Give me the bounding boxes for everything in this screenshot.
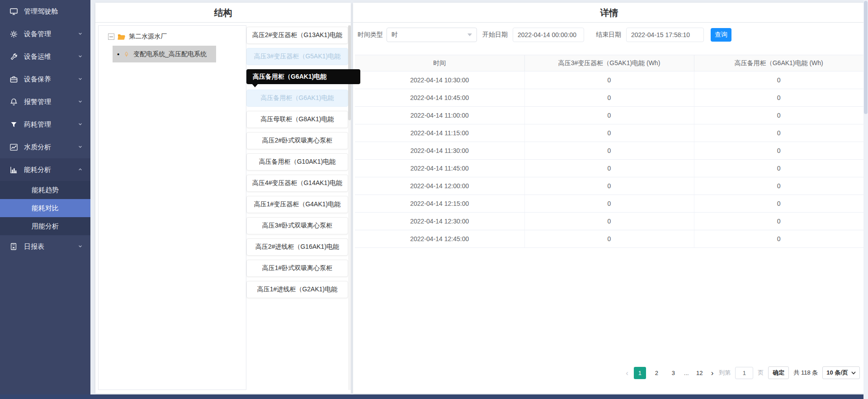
chevron-down-icon: [77, 76, 83, 83]
total-count-label: 共 118 条: [793, 369, 818, 377]
cell-time: 2022-04-14 12:15:00: [355, 195, 524, 213]
device-button-高压4-变压器柜-G14AK1-电能[interactable]: 高压4#变压器柜（G14AK1)电能: [246, 175, 348, 192]
jump-page-input[interactable]: [735, 367, 753, 379]
bottom-bar: [0, 394, 868, 399]
tree-root-label: 第二水源水厂: [129, 33, 167, 41]
start-date-input[interactable]: [513, 28, 584, 42]
folder-icon: [118, 33, 126, 40]
sidebar-item-label: 管理驾驶舱: [24, 7, 83, 16]
table-row: 2022-04-14 11:00:0000: [355, 107, 863, 124]
table-row: 2022-04-14 11:30:0000: [355, 142, 863, 160]
table-row: 2022-04-14 11:15:0000: [355, 124, 863, 142]
device-button-高压母联柜-G8AK1-电能[interactable]: 高压母联柜（G8AK1)电能: [246, 111, 348, 128]
chevron-down-icon: [77, 243, 83, 251]
cell-value: 0: [524, 195, 694, 213]
cell-value: 0: [524, 124, 694, 142]
cell-value: 0: [694, 177, 863, 195]
detail-panel: 详情 时间类型 时 开始日期 结束日期 查询 时间高压3#变压器柜（G5AK1)…: [353, 3, 865, 394]
sidebar-item-能耗分析[interactable]: 能耗分析: [0, 158, 90, 181]
chevron-down-icon: [77, 30, 83, 38]
sidebar-subitem-能耗对比[interactable]: 能耗对比: [0, 199, 90, 217]
cell-value: 0: [524, 107, 694, 124]
sidebar-item-药耗管理[interactable]: 药耗管理: [0, 113, 90, 136]
chevron-up-icon: [77, 166, 83, 174]
sidebar-item-设备运维[interactable]: 设备运维: [0, 45, 90, 68]
device-button-高压备用柜-G10AK1-电能[interactable]: 高压备用柜（G10AK1)电能: [246, 153, 348, 171]
cell-value: 0: [694, 89, 863, 107]
sidebar-item-报警管理[interactable]: 报警管理: [0, 90, 90, 113]
energy-data-table: 时间高压3#变压器柜（G5AK1)电能 (Wh)高压备用柜（G6AK1)电能 (…: [355, 55, 863, 248]
end-date-input[interactable]: [626, 28, 704, 42]
cell-value: 0: [524, 142, 694, 160]
sidebar-item-设备保养[interactable]: 设备保养: [0, 68, 90, 90]
device-button-高压2-变压器柜-G13AK1-电能[interactable]: 高压2#变压器柜（G13AK1)电能: [246, 27, 348, 44]
cell-value: 0: [524, 230, 694, 248]
page-scrollbar[interactable]: [863, 0, 868, 399]
table-row: 2022-04-14 10:30:0000: [355, 71, 863, 89]
sidebar-subitem-用能分析[interactable]: 用能分析: [0, 217, 90, 235]
query-button[interactable]: 查询: [711, 28, 731, 42]
time-type-label: 时间类型: [358, 31, 383, 39]
filter-bar: 时间类型 时 开始日期 结束日期 查询: [358, 27, 731, 43]
cell-time: 2022-04-14 12:00:00: [355, 177, 524, 195]
table-row: 2022-04-14 12:45:0000: [355, 230, 863, 248]
page-scrollbar-thumb[interactable]: [864, 1, 868, 114]
cell-value: 0: [694, 230, 863, 248]
page-button-12[interactable]: 12: [693, 367, 706, 379]
sidebar-item-label: 报警管理: [24, 98, 77, 106]
time-type-value: 时: [392, 31, 467, 39]
device-button-高压1-进线柜-G2AK1-电能[interactable]: 高压1#进线柜（G2AK1)电能: [246, 281, 348, 298]
page-size-select[interactable]: 10 条/页: [822, 366, 860, 379]
confirm-page-button[interactable]: 确定: [768, 366, 789, 379]
page-button-1[interactable]: 1: [634, 367, 646, 379]
sidebar-item-设备管理[interactable]: 设备管理: [0, 23, 90, 45]
bell-icon: [9, 97, 18, 106]
device-button-高压2-卧式双吸离心泵柜[interactable]: 高压2#卧式双吸离心泵柜: [246, 132, 348, 149]
structure-panel: 结构 第二水源水厂 • 变配电系统_高压配电系统 高压2#变压器柜（G13AK1…: [95, 3, 351, 394]
device-button-高压1-变压器柜-G4AK1-电能[interactable]: 高压1#变压器柜（G4AK1)电能: [246, 196, 348, 213]
device-button-高压备用柜-G6AK1-电能[interactable]: 高压备用柜（G6AK1)电能: [246, 90, 348, 107]
gear-icon: [9, 29, 18, 38]
line-chart-icon: [9, 142, 18, 152]
page-button-2[interactable]: 2: [651, 367, 663, 379]
tree-bullet: •: [117, 50, 119, 58]
page-button-3[interactable]: 3: [667, 367, 679, 379]
cell-value: 0: [694, 213, 863, 230]
prev-page-button[interactable]: ‹: [625, 369, 629, 377]
table-row: 2022-04-14 11:45:0000: [355, 160, 863, 177]
jump-to-label: 到第: [719, 369, 731, 377]
start-date-label: 开始日期: [482, 31, 508, 39]
device-button-高压2-进线柜-G16AK1-电能[interactable]: 高压2#进线柜（G16AK1)电能: [246, 238, 348, 256]
dashboard-icon: [9, 7, 18, 16]
device-button-高压3-变压器柜-G5AK1-电能[interactable]: 高压3#变压器柜（G5AK1)电能: [246, 48, 348, 65]
device-button-list: 高压2#变压器柜（G13AK1)电能高压3#变压器柜（G5AK1)电能高压备用柜…: [246, 27, 348, 302]
device-button-高压1-卧式双吸离心泵柜[interactable]: 高压1#卧式双吸离心泵柜: [246, 260, 348, 277]
table-header-col-0: 时间: [355, 55, 524, 71]
device-button-高压3-卧式双吸离心泵柜[interactable]: 高压3#卧式双吸离心泵柜: [246, 217, 348, 234]
jump-unit-label: 页: [758, 369, 764, 377]
sidebar-item-管理驾驶舱[interactable]: 管理驾驶舱: [0, 0, 90, 23]
sidebar-subitem-能耗趋势[interactable]: 能耗趋势: [0, 181, 90, 199]
sidebar-item-日报表[interactable]: 日报表: [0, 235, 90, 258]
cell-value: 0: [694, 107, 863, 124]
cell-value: 0: [524, 160, 694, 177]
cell-value: 0: [694, 142, 863, 160]
page-size-value: 10 条/页: [826, 369, 848, 377]
cell-value: 0: [694, 71, 863, 89]
tree-node-child-selected[interactable]: • 变配电系统_高压配电系统: [113, 46, 216, 62]
chevron-down-icon: [77, 53, 83, 61]
detail-panel-title: 详情: [353, 3, 865, 23]
table-row: 2022-04-14 10:45:0000: [355, 89, 863, 107]
cell-value: 0: [694, 160, 863, 177]
sidebar-item-水质分析[interactable]: 水质分析: [0, 136, 90, 158]
sidebar-item-label: 日报表: [24, 242, 77, 251]
sidebar-item-label: 药耗管理: [24, 120, 77, 129]
sidebar-item-label: 设备管理: [24, 30, 77, 38]
next-page-button[interactable]: ›: [710, 369, 715, 377]
cell-time: 2022-04-14 11:45:00: [355, 160, 524, 177]
tree-collapse-toggle[interactable]: [108, 33, 114, 40]
tree-node-root[interactable]: 第二水源水厂: [99, 26, 246, 41]
cell-value: 0: [524, 213, 694, 230]
funnel-icon: [9, 120, 18, 129]
time-type-select[interactable]: 时: [387, 28, 477, 42]
